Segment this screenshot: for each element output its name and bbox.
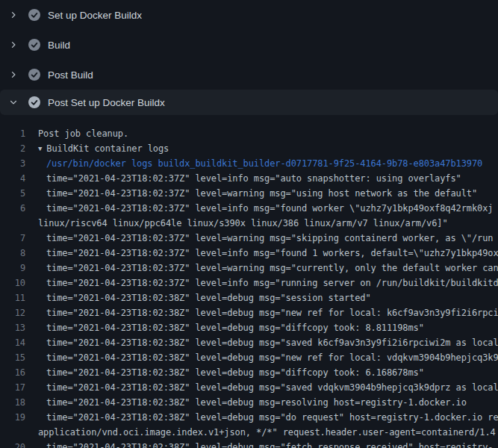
check-circle-icon (28, 39, 40, 51)
log-line: 13 time="2021-04-23T18:02:38Z" level=deb… (0, 320, 498, 335)
log-line-number[interactable]: 1 (0, 126, 25, 141)
step-label: Post Build (48, 69, 93, 81)
steps-list: Set up Docker Buildx Build P (0, 0, 498, 115)
log-line: 4 time="2021-04-23T18:02:37Z" level=info… (0, 171, 498, 186)
log-line-number (0, 425, 25, 440)
triangle-down-icon[interactable]: ▼ (38, 141, 42, 156)
log-line: 11 time="2021-04-23T18:02:38Z" level=deb… (0, 290, 498, 305)
log-line: 5 time="2021-04-23T18:02:37Z" level=warn… (0, 186, 498, 201)
check-circle-icon (28, 96, 40, 108)
log-line-number[interactable]: 13 (0, 320, 25, 335)
log-line-number[interactable]: 14 (0, 335, 25, 350)
log-line-text: application/vnd.oci.image.index.v1+json,… (38, 427, 496, 438)
step-header-set-up-docker-buildx[interactable]: Set up Docker Buildx (0, 0, 498, 30)
log-line: linux/riscv64 linux/ppc64le linux/s390x … (0, 216, 498, 231)
log-line-number[interactable]: 2 (0, 141, 25, 156)
step-label: Post Set up Docker Buildx (48, 97, 165, 108)
log-line-text: Post job cleanup. (38, 128, 128, 139)
log-line-number[interactable]: 19 (0, 410, 25, 425)
log-line-number[interactable]: 8 (0, 246, 25, 261)
chevron-right-icon (8, 40, 19, 50)
log-line: 20 time="2021-04-23T18:02:38Z" level=deb… (0, 440, 498, 448)
log-line: 1 Post job cleanup. (0, 126, 498, 141)
log-line-text: time="2021-04-23T18:02:38Z" level=debug … (46, 367, 424, 378)
log-line-number[interactable]: 12 (0, 305, 25, 320)
log-line-number[interactable]: 3 (0, 156, 25, 171)
log-line-text: time="2021-04-23T18:02:37Z" level=warnin… (46, 233, 493, 243)
log-line-number[interactable]: 6 (0, 201, 25, 216)
log-line-number[interactable]: 20 (0, 440, 25, 448)
log-line: 19 time="2021-04-23T18:02:38Z" level=deb… (0, 410, 498, 425)
log-line: 2 ▼BuildKit container logs (0, 141, 498, 156)
log-line: 18 time="2021-04-23T18:02:38Z" level=deb… (0, 395, 498, 410)
log-line: 12 time="2021-04-23T18:02:38Z" level=deb… (0, 305, 498, 320)
log-line: 15 time="2021-04-23T18:02:38Z" level=deb… (0, 350, 498, 365)
log-line-text: time="2021-04-23T18:02:37Z" level=info m… (46, 278, 498, 288)
chevron-down-icon (8, 97, 19, 108)
log-line: 10 time="2021-04-23T18:02:37Z" level=inf… (0, 276, 498, 290)
log-line-number[interactable]: 7 (0, 231, 25, 246)
log-line-text: time="2021-04-23T18:02:38Z" level=debug … (46, 382, 498, 393)
log-line-text: time="2021-04-23T18:02:38Z" level=debug … (46, 397, 467, 408)
log-line-text: time="2021-04-23T18:02:38Z" level=debug … (46, 308, 498, 318)
chevron-right-icon (8, 69, 19, 80)
log-line-text: time="2021-04-23T18:02:37Z" level=warnin… (46, 188, 477, 199)
log-group-toggle[interactable]: BuildKit container logs (46, 143, 169, 154)
log-line-text: time="2021-04-23T18:02:38Z" level=debug … (46, 293, 371, 303)
chevron-right-icon (8, 10, 19, 20)
log-line-text: time="2021-04-23T18:02:37Z" level=info m… (46, 248, 498, 258)
log-line-number[interactable]: 10 (0, 276, 25, 290)
log-line-number[interactable]: 4 (0, 171, 25, 186)
log-area: 1 Post job cleanup. 2 ▼BuildKit containe… (0, 115, 498, 448)
log-line-text: time="2021-04-23T18:02:37Z" level=info m… (46, 203, 493, 214)
log-line-text: linux/riscv64 linux/ppc64le linux/s390x … (38, 218, 448, 228)
log-line-text: time="2021-04-23T18:02:37Z" level=info m… (46, 173, 461, 184)
log-line-text: time="2021-04-23T18:02:38Z" level=debug … (46, 442, 493, 448)
log-line-text: time="2021-04-23T18:02:38Z" level=debug … (46, 323, 424, 333)
log-line: 16 time="2021-04-23T18:02:38Z" level=deb… (0, 365, 498, 380)
log-line-text: time="2021-04-23T18:02:38Z" level=debug … (46, 337, 498, 348)
log-line: 7 time="2021-04-23T18:02:37Z" level=warn… (0, 231, 498, 246)
check-circle-icon (28, 69, 40, 81)
step-header-post-build[interactable]: Post Build (0, 60, 498, 90)
log-line-number[interactable]: 16 (0, 365, 25, 380)
log-line-number (0, 216, 25, 231)
log-line-number[interactable]: 15 (0, 350, 25, 365)
log-line-text: time="2021-04-23T18:02:38Z" level=debug … (46, 352, 498, 363)
check-circle-icon (28, 9, 40, 21)
step-label: Set up Docker Buildx (48, 10, 142, 21)
log-line: application/vnd.oci.image.index.v1+json,… (0, 425, 498, 440)
step-header-post-set-up-docker-buildx[interactable]: Post Set up Docker Buildx (0, 90, 498, 115)
log-line-text: /usr/bin/docker logs buildx_buildkit_bui… (46, 158, 482, 169)
log-line-number[interactable]: 5 (0, 186, 25, 201)
log-line-number[interactable]: 17 (0, 380, 25, 395)
log-line: 17 time="2021-04-23T18:02:38Z" level=deb… (0, 380, 498, 395)
actions-log-viewer: Set up Docker Buildx Build P (0, 0, 498, 448)
step-header-build[interactable]: Build (0, 30, 498, 60)
log-line-number[interactable]: 11 (0, 290, 25, 305)
log-line: 8 time="2021-04-23T18:02:37Z" level=info… (0, 246, 498, 261)
log-line-number[interactable]: 9 (0, 261, 25, 276)
log-line-text: time="2021-04-23T18:02:37Z" level=warnin… (46, 263, 498, 273)
log-line: 3 /usr/bin/docker logs buildx_buildkit_b… (0, 156, 498, 171)
log-line-number[interactable]: 18 (0, 395, 25, 410)
log-line: 9 time="2021-04-23T18:02:37Z" level=warn… (0, 261, 498, 276)
step-label: Build (48, 40, 70, 51)
log-line: 6 time="2021-04-23T18:02:37Z" level=info… (0, 201, 498, 216)
log-line: 14 time="2021-04-23T18:02:38Z" level=deb… (0, 335, 498, 350)
log-line-text: time="2021-04-23T18:02:38Z" level=debug … (46, 412, 498, 423)
